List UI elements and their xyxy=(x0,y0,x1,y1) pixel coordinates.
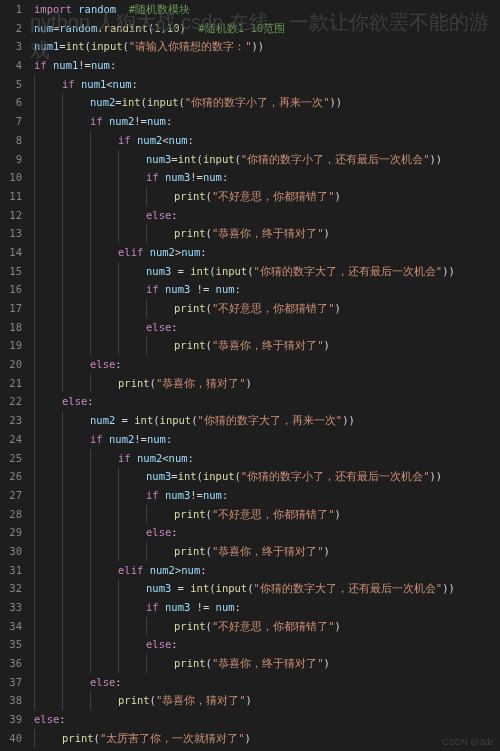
indent-guide xyxy=(62,430,63,449)
indent-guide xyxy=(146,299,147,318)
code-area: import random #随机数模块num=random.randint(1… xyxy=(30,0,500,751)
code-content: import random #随机数模块 xyxy=(30,0,190,19)
code-line: print("恭喜你，终于猜对了") xyxy=(30,224,500,243)
indent-guide xyxy=(62,467,63,486)
code-content: else: xyxy=(30,635,178,654)
line-number: 30 xyxy=(0,542,22,561)
code-content: else: xyxy=(30,673,122,692)
indent-guide xyxy=(90,131,91,150)
indent-guide xyxy=(118,206,119,225)
code-line: num=random.randint(1,10) #随机数1-10范围 xyxy=(30,19,500,38)
indent-guide xyxy=(118,150,119,169)
code-line: num3=int(input("你猜的数字小了，还有最后一次机会")) xyxy=(30,467,500,486)
indent-guide xyxy=(90,224,91,243)
indent-guide xyxy=(118,579,119,598)
indent-guide xyxy=(34,355,35,374)
line-number: 3 xyxy=(0,37,22,56)
line-number: 25 xyxy=(0,449,22,468)
indent-guide xyxy=(62,243,63,262)
code-line: print("太厉害了你，一次就猜对了") xyxy=(30,729,500,748)
code-line: num2 = int(input("你猜的数字大了，再来一次")) xyxy=(30,411,500,430)
indent-guide xyxy=(90,617,91,636)
line-number: 21 xyxy=(0,374,22,393)
line-number: 18 xyxy=(0,318,22,337)
code-content: num=random.randint(1,10) #随机数1-10范围 xyxy=(30,19,285,38)
code-line: print("恭喜你，猜对了") xyxy=(30,374,500,393)
indent-guide xyxy=(62,355,63,374)
code-line: print("恭喜你，终于猜对了") xyxy=(30,336,500,355)
indent-guide xyxy=(118,318,119,337)
line-number: 1 xyxy=(0,0,22,19)
indent-guide xyxy=(62,206,63,225)
indent-guide xyxy=(90,598,91,617)
code-content: print("恭喜你，猜对了") xyxy=(30,374,252,393)
code-content: num1=int(input("请输入你猜想的数字：")) xyxy=(30,37,264,56)
indent-guide xyxy=(146,617,147,636)
indent-guide xyxy=(62,112,63,131)
code-line: num3=int(input("你猜的数字小了，还有最后一次机会")) xyxy=(30,150,500,169)
indent-guide xyxy=(90,336,91,355)
indent-guide xyxy=(118,486,119,505)
line-number-gutter: 1234567891011121314151617181920212223242… xyxy=(0,0,30,751)
indent-guide xyxy=(34,75,35,94)
indent-guide xyxy=(90,486,91,505)
code-content: print("不好意思，你都猜错了") xyxy=(30,617,341,636)
line-number: 26 xyxy=(0,467,22,486)
indent-guide xyxy=(90,243,91,262)
code-content: num2 = int(input("你猜的数字大了，再来一次")) xyxy=(30,411,355,430)
indent-guide xyxy=(118,523,119,542)
indent-guide xyxy=(146,336,147,355)
indent-guide xyxy=(62,374,63,393)
indent-guide xyxy=(90,635,91,654)
code-line: if num1<num: xyxy=(30,75,500,94)
indent-guide xyxy=(34,280,35,299)
line-number: 10 xyxy=(0,168,22,187)
indent-guide xyxy=(62,542,63,561)
indent-guide xyxy=(118,336,119,355)
indent-guide xyxy=(34,168,35,187)
code-content: num3 = int(input("你猜的数字大了，还有最后一次机会")) xyxy=(30,262,455,281)
code-content: if num2!=num: xyxy=(30,112,172,131)
indent-guide xyxy=(34,523,35,542)
indent-guide xyxy=(146,187,147,206)
line-number: 38 xyxy=(0,691,22,710)
code-content: num3=int(input("你猜的数字小了，还有最后一次机会")) xyxy=(30,150,442,169)
code-line: if num3!=num: xyxy=(30,486,500,505)
indent-guide xyxy=(62,579,63,598)
indent-guide xyxy=(118,635,119,654)
code-line: import random #随机数模块 xyxy=(30,0,500,19)
code-content: print("恭喜你，终于猜对了") xyxy=(30,224,330,243)
line-number: 19 xyxy=(0,336,22,355)
indent-guide xyxy=(62,598,63,617)
line-number: 37 xyxy=(0,673,22,692)
indent-guide xyxy=(34,336,35,355)
line-number: 6 xyxy=(0,93,22,112)
line-number: 40 xyxy=(0,729,22,748)
code-line: else: xyxy=(30,710,500,729)
indent-guide xyxy=(62,486,63,505)
indent-guide xyxy=(34,150,35,169)
indent-guide xyxy=(90,449,91,468)
indent-guide xyxy=(90,505,91,524)
code-line: num1=int(input("请输入你猜想的数字：")) xyxy=(30,37,500,56)
indent-guide xyxy=(118,654,119,673)
line-number: 28 xyxy=(0,505,22,524)
code-line: if num3 != num: xyxy=(30,280,500,299)
indent-guide xyxy=(62,449,63,468)
indent-guide xyxy=(118,505,119,524)
code-content: else: xyxy=(30,710,66,729)
code-content: if num2<num: xyxy=(30,131,194,150)
code-line: else: xyxy=(30,392,500,411)
indent-guide xyxy=(118,280,119,299)
indent-guide xyxy=(34,542,35,561)
indent-guide xyxy=(34,617,35,636)
indent-guide xyxy=(90,262,91,281)
indent-guide xyxy=(90,206,91,225)
code-line: elif num2>num: xyxy=(30,243,500,262)
indent-guide xyxy=(90,374,91,393)
code-line: else: xyxy=(30,355,500,374)
indent-guide xyxy=(62,635,63,654)
code-line: num3 = int(input("你猜的数字大了，还有最后一次机会")) xyxy=(30,262,500,281)
indent-guide xyxy=(90,299,91,318)
line-number: 39 xyxy=(0,710,22,729)
